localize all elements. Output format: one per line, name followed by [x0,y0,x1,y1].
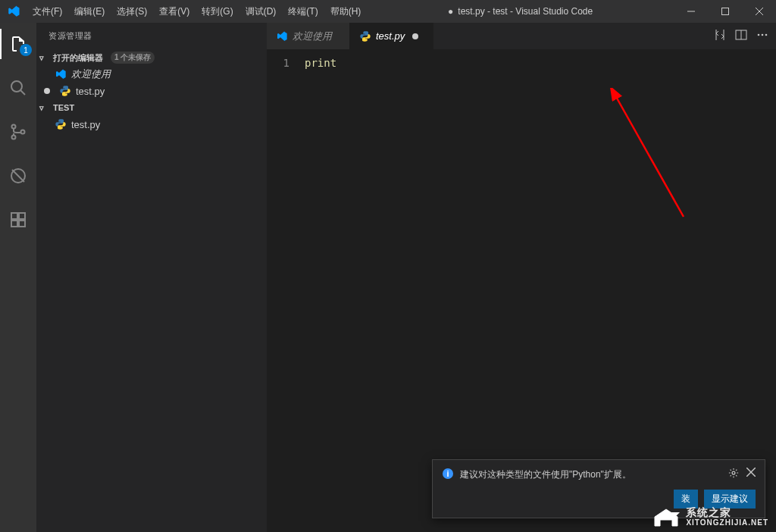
tab-label: 欢迎使用 [293,30,332,43]
svg-point-18 [762,34,764,36]
close-icon[interactable] [746,468,756,480]
window-title-text: test.py - test - Visual Studio Code [458,6,593,17]
svg-line-5 [20,90,25,95]
more-icon[interactable] [756,29,768,43]
svg-line-10 [12,170,24,182]
open-editor-welcome[interactable]: 欢迎使用 [36,66,267,83]
line-gutter: 1 [267,54,305,532]
modified-dot-icon [412,33,418,39]
gear-icon[interactable] [728,468,739,480]
python-icon [55,118,67,130]
window-controls [674,0,776,23]
info-icon: i [442,468,454,482]
open-editors-header[interactable]: ▿ 打开的编辑器 1 个未保存 [36,49,267,66]
python-icon [359,30,371,42]
open-editor-testpy[interactable]: test.py [36,83,267,99]
svg-point-19 [765,34,768,36]
vscode-icon [55,68,67,80]
svg-point-17 [758,34,760,36]
search-icon [9,79,27,97]
menu-terminal[interactable]: 终端(T) [282,0,324,23]
folder-header[interactable]: ▿ TEST [36,99,267,116]
vscode-icon [276,30,288,42]
maximize-button[interactable] [708,0,742,23]
activity-search[interactable] [0,73,36,103]
close-button[interactable] [742,0,776,23]
activity-debug[interactable] [0,161,36,191]
svg-rect-14 [19,213,25,219]
unsaved-badge: 1 个未保存 [111,52,155,64]
modified-dot-icon [44,88,50,94]
line-number: 1 [267,57,289,69]
svg-text:i: i [446,469,449,478]
chevron-down-icon: ▿ [39,103,50,113]
modified-dot: ● [448,6,453,17]
activity-bar: 1 [0,23,36,532]
watermark-text-1: 系统之家 [686,507,768,518]
activity-explorer[interactable]: 1 [0,29,36,59]
sidebar-explorer: 资源管理器 ▿ 打开的编辑器 1 个未保存 欢迎使用 test.py ▿ TES… [36,23,267,532]
source-control-icon [9,123,27,141]
activity-scm[interactable] [0,117,36,147]
svg-rect-12 [11,221,17,227]
open-editors-label: 打开的编辑器 [53,52,103,64]
svg-rect-1 [721,8,728,15]
split-editor-icon[interactable] [735,29,747,43]
explorer-badge: 1 [20,44,32,56]
menu-file[interactable]: 文件(F) [27,0,68,23]
menu-view[interactable]: 查看(V) [153,0,196,23]
svg-point-8 [21,130,25,134]
menu-help[interactable]: 帮助(H) [324,0,368,23]
file-label: test.py [71,119,100,130]
vscode-logo [0,5,27,18]
extensions-icon [9,211,27,229]
editor-area: 欢迎使用 test.py [267,23,776,532]
chevron-down-icon: ▿ [39,53,50,63]
tab-testpy[interactable]: test.py [350,23,433,49]
menu-debug[interactable]: 调试(D) [239,0,283,23]
compare-icon[interactable] [714,29,726,43]
tab-welcome[interactable]: 欢迎使用 [267,23,350,49]
notification-message: 建议对这种类型的文件使用"Python"扩展。 [460,468,722,481]
watermark-logo-icon [651,506,681,527]
svg-point-23 [732,471,735,474]
code-line: print [305,57,336,69]
menu-edit[interactable]: 编辑(E) [68,0,111,23]
folder-name: TEST [53,103,74,112]
open-editor-label: test.py [76,86,105,97]
editor-actions [706,23,776,49]
bug-icon [9,167,27,185]
menu-selection[interactable]: 选择(S) [111,0,153,23]
menu-bar: 文件(F) 编辑(E) 选择(S) 查看(V) 转到(G) 调试(D) 终端(T… [27,0,367,23]
title-bar: 文件(F) 编辑(E) 选择(S) 查看(V) 转到(G) 调试(D) 终端(T… [0,0,776,23]
svg-rect-11 [11,213,17,219]
svg-rect-13 [19,221,25,227]
sidebar-title: 资源管理器 [36,23,267,49]
minimize-button[interactable] [674,0,708,23]
svg-point-7 [12,136,16,139]
tab-label: test.py [376,30,405,42]
watermark: 系统之家 XITONGZHIJIA.NET [651,506,768,527]
editor-tabs: 欢迎使用 test.py [267,23,776,49]
file-testpy[interactable]: test.py [36,116,267,133]
python-icon [59,85,71,97]
watermark-text-2: XITONGZHIJIA.NET [686,518,768,527]
menu-go[interactable]: 转到(G) [196,0,239,23]
activity-extensions[interactable] [0,205,36,235]
svg-point-6 [12,125,16,129]
window-title: ● test.py - test - Visual Studio Code [367,6,674,17]
svg-point-4 [11,81,22,92]
editor-code[interactable]: print [305,54,336,532]
open-editor-label: 欢迎使用 [71,67,111,81]
